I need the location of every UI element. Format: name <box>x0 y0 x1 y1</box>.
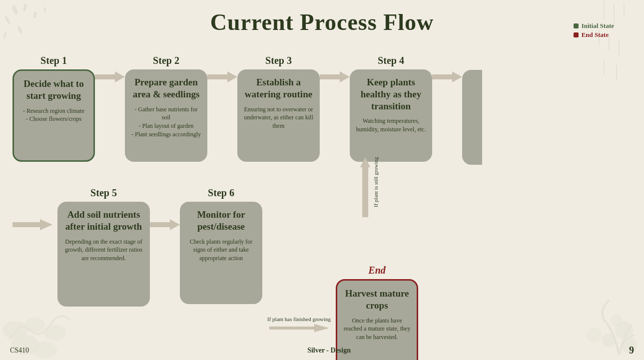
step6-label: Step 6 <box>208 187 234 199</box>
step4-title: Keep plants healthy as they transition <box>356 76 426 112</box>
legend-initial-item: Initial State <box>574 22 614 30</box>
partial-box <box>462 70 482 165</box>
end-title: Harvest mature crops <box>343 288 411 312</box>
step2-label: Step 2 <box>153 55 179 66</box>
legend-end-label: End State <box>582 31 609 39</box>
vertical-up-arrow <box>358 157 373 217</box>
step1-wrapper: Step 1 Decide what to start growing - Re… <box>12 55 95 162</box>
step1-desc: - Research region climate- Choose flower… <box>20 107 87 124</box>
end-label: End <box>368 265 385 276</box>
flow-area: Step 1 Decide what to start growing - Re… <box>12 55 632 343</box>
horizontal-finished-arrow <box>269 323 329 333</box>
step2-wrapper: Step 2 Prepare garden area & seedlings -… <box>125 55 207 162</box>
step1-box: Decide what to start growing - Research … <box>12 69 95 162</box>
footer: CS410 Silver - Design 9 <box>10 345 634 356</box>
step3-label: Step 3 <box>265 55 292 66</box>
step2-box: Prepare garden area & seedlings - Gather… <box>125 69 207 162</box>
svg-marker-25 <box>95 71 125 82</box>
arrow-3-4 <box>320 67 350 87</box>
svg-marker-32 <box>269 324 329 332</box>
svg-marker-28 <box>432 71 462 82</box>
arrow-1-2 <box>95 67 125 87</box>
legend-end-item: End State <box>574 31 614 39</box>
arrow-4-cont <box>432 67 462 87</box>
svg-marker-29 <box>12 219 52 230</box>
svg-marker-30 <box>150 219 180 230</box>
step5-wrapper: Step 5 Add soil nutrients after initial … <box>57 187 150 307</box>
step3-wrapper: Step 3 Establish a watering routine Ensu… <box>237 55 320 162</box>
step5-title: Add soil nutrients after initial growth <box>63 209 144 233</box>
footer-left: CS410 <box>10 347 29 355</box>
step4-desc: Watching temperatures, humidity, moistur… <box>356 117 426 134</box>
finished-growing-arrow-wrapper: If plant has finished growing <box>267 316 331 333</box>
step5-label: Step 5 <box>90 187 117 199</box>
step1-label: Step 1 <box>40 55 67 66</box>
step4-box: Keep plants healthy as they transition W… <box>350 69 432 162</box>
step3-box: Establish a watering routine Ensuring no… <box>237 69 320 162</box>
step6-box: Monitor for pest/disease Check plants re… <box>180 202 262 304</box>
legend-initial-label: Initial State <box>582 22 614 30</box>
footer-center: Silver - Design <box>307 347 351 355</box>
partial-box-wrapper <box>462 70 482 165</box>
step5-desc: Depending on the exact stage of growth, … <box>63 238 144 263</box>
svg-marker-26 <box>207 71 237 82</box>
step4-wrapper: Step 4 Keep plants healthy as they trans… <box>350 55 432 162</box>
legend: Initial State End State <box>574 22 614 40</box>
step6-desc: Check plants regularly for signs of eith… <box>186 238 256 263</box>
step3-title: Establish a watering routine <box>243 76 314 100</box>
still-growing-label: If plant is still growing <box>373 142 379 207</box>
legend-initial-dot <box>574 23 579 28</box>
page-title: Current Process Flow <box>0 0 644 35</box>
row2: Step 5 Add soil nutrients after initial … <box>12 187 632 360</box>
legend-end-dot <box>574 32 579 37</box>
arrow-wrap-left <box>12 215 52 237</box>
step6-wrapper: Step 6 Monitor for pest/disease Check pl… <box>180 187 262 304</box>
svg-marker-27 <box>320 71 350 82</box>
row1: Step 1 Decide what to start growing - Re… <box>12 55 632 165</box>
svg-marker-31 <box>360 157 370 217</box>
page-number: 9 <box>629 345 634 356</box>
step1-title: Decide what to start growing <box>20 78 87 102</box>
step2-desc: - Gather base nutrients for soil- Plan l… <box>131 105 201 139</box>
finished-growing-label: If plant has finished growing <box>267 316 331 322</box>
step3-desc: Ensuring not to overwater or underwater,… <box>243 105 314 130</box>
end-desc: Once the plants have reached a mature st… <box>343 317 411 342</box>
arrow-2-3 <box>207 67 237 87</box>
step5-box: Add soil nutrients after initial growth … <box>57 202 150 307</box>
step4-label: Step 4 <box>378 55 404 66</box>
step2-title: Prepare garden area & seedlings <box>131 76 201 100</box>
feedback-section: If plant is still growing If plant has f… <box>267 187 418 360</box>
arrow-5-6 <box>150 215 180 235</box>
step6-title: Monitor for pest/disease <box>186 209 256 233</box>
